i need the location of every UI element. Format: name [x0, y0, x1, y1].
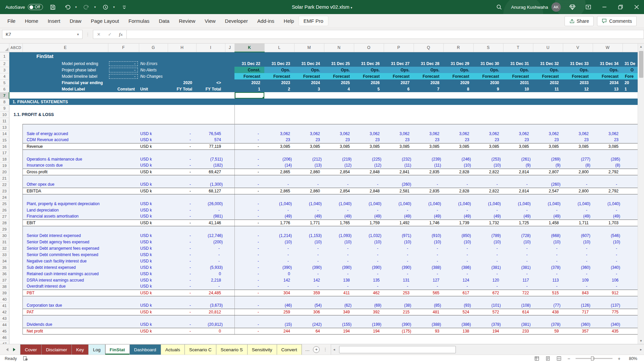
cell-G6[interactable]: Unit [139, 86, 168, 92]
cell-M19[interactable]: (13) [294, 162, 324, 169]
cell-Q16[interactable]: 3,085 [414, 143, 443, 149]
scroll-right-icon[interactable]: ► [638, 348, 644, 351]
cell-V13[interactable] [563, 124, 593, 130]
col-header-abcd[interactable]: ABCD [9, 44, 22, 52]
cell-S46[interactable] [473, 334, 503, 341]
cell-O31[interactable]: (10) [354, 239, 384, 245]
cell-V32[interactable]: - [563, 245, 593, 251]
cell-R18[interactable]: (246) [443, 156, 473, 162]
cell-W21[interactable] [593, 175, 623, 181]
cell-E18[interactable]: Operations & maintenance due [22, 156, 108, 162]
cell-W43[interactable] [593, 315, 623, 321]
cell-T33[interactable]: - [503, 251, 533, 258]
zoom-in-button[interactable]: + [617, 356, 621, 361]
cell-L42[interactable]: 259 [264, 309, 294, 315]
row-header-3[interactable]: 3 [0, 67, 9, 73]
cell-L20[interactable]: 2,865 [264, 169, 294, 175]
cell-I41[interactable]: (3,673) [196, 302, 225, 309]
cell-T26[interactable]: - [503, 207, 533, 213]
cell-G39[interactable]: USD k [139, 290, 168, 296]
cell-V5[interactable]: 2033 [563, 79, 593, 86]
cell-F4[interactable]: - [108, 73, 139, 79]
cell-L30[interactable]: (1,214) [264, 232, 294, 239]
cell-H40[interactable] [168, 296, 196, 302]
cell-R11[interactable] [443, 118, 473, 124]
cell-V40[interactable] [563, 296, 593, 302]
cell-S18[interactable]: (253) [473, 156, 503, 162]
cell-F42[interactable] [108, 309, 139, 315]
cell-U24[interactable] [533, 194, 563, 200]
cell-O6[interactable]: 5 [354, 86, 384, 92]
cell-E4[interactable]: Model timeline label [22, 73, 108, 79]
cell-J42[interactable] [225, 309, 234, 315]
cell-P44[interactable]: (390) [384, 321, 414, 328]
cell-O19[interactable]: (12) [354, 162, 384, 169]
cell-L9[interactable] [264, 105, 294, 111]
cell-H29[interactable] [168, 226, 196, 232]
cell-T16[interactable]: 3,085 [503, 143, 533, 149]
cell-P31[interactable]: (10) [384, 239, 414, 245]
cell-V24[interactable] [563, 194, 593, 200]
cell-O15[interactable]: 23 [354, 137, 384, 143]
cell-M6[interactable]: 3 [294, 86, 324, 92]
cell-O36[interactable]: - [354, 270, 384, 277]
cell-H42[interactable]: - [168, 309, 196, 315]
cell-S26[interactable]: - [473, 207, 503, 213]
cell-X32[interactable] [623, 245, 638, 251]
cell-Q9[interactable] [414, 105, 443, 111]
cell-N16[interactable]: 3,085 [324, 143, 354, 149]
insert-function-icon[interactable]: fx [115, 32, 126, 37]
cell-U19[interactable]: (9) [533, 162, 563, 169]
cell-L33[interactable]: - [264, 251, 294, 258]
cell-J45[interactable] [225, 328, 234, 334]
cell-H18[interactable]: - [168, 156, 196, 162]
cell-T40[interactable] [503, 296, 533, 302]
row-header-41[interactable]: 41 [0, 302, 9, 309]
cell-S27[interactable]: (49) [473, 213, 503, 220]
ribbon-tab-insert[interactable]: Insert [43, 16, 65, 26]
touch-mode-icon[interactable] [100, 2, 110, 12]
cell-M34[interactable]: - [294, 258, 324, 264]
cell-T27[interactable]: (49) [503, 213, 533, 220]
cell-H22[interactable]: - [168, 181, 196, 188]
cell-T9[interactable] [503, 105, 533, 111]
cell-O10[interactable] [354, 111, 384, 118]
cell-I32[interactable]: - [196, 245, 225, 251]
cell-X15[interactable] [623, 137, 638, 143]
cell-P27[interactable]: (49) [384, 213, 414, 220]
cell-T31[interactable]: (10) [503, 239, 533, 245]
cell-E45[interactable]: Net profit [22, 328, 108, 334]
cell-N13[interactable] [324, 124, 354, 130]
cell-N42[interactable]: 349 [324, 309, 354, 315]
cell-T13[interactable] [503, 124, 533, 130]
cell-E2[interactable]: Model period ending [22, 60, 108, 67]
cell-M15[interactable]: 23 [294, 137, 324, 143]
cell-F5[interactable] [108, 79, 139, 86]
cell-F27[interactable] [108, 213, 139, 220]
cell-X25[interactable] [623, 200, 638, 207]
cell-S6[interactable]: 9 [473, 86, 503, 92]
cell-Q44[interactable]: (388) [414, 321, 443, 328]
cell-M26[interactable]: - [294, 207, 324, 213]
cell-S40[interactable] [473, 296, 503, 302]
cell-Q37[interactable]: 127 [414, 277, 443, 283]
sheet-tab-cover[interactable]: Cover [20, 344, 42, 355]
sheet-tab-scenario-c[interactable]: Scenario C [185, 344, 216, 355]
cell-G24[interactable] [139, 194, 168, 200]
cell-E22[interactable]: Other opex due [22, 181, 108, 188]
cell-T28[interactable]: 1,725 [503, 220, 533, 226]
cell-L13[interactable] [264, 124, 294, 130]
cell-F29[interactable] [108, 226, 139, 232]
cell-A46[interactable] [9, 334, 22, 341]
cell-S39[interactable]: 672 [473, 290, 503, 296]
cell-S44[interactable]: (378) [473, 321, 503, 328]
cell-K27[interactable]: - [234, 213, 264, 220]
cell-R2[interactable]: 31 Dec 29 [443, 60, 473, 67]
cell-A11[interactable] [9, 118, 22, 124]
cell-A21[interactable] [9, 175, 22, 181]
cell-P5[interactable]: 2027 [384, 79, 414, 86]
cell-S42[interactable]: 572 [473, 309, 503, 315]
cell-T32[interactable]: - [503, 245, 533, 251]
cell-X16[interactable] [623, 143, 638, 149]
cell-I13[interactable] [196, 124, 225, 130]
